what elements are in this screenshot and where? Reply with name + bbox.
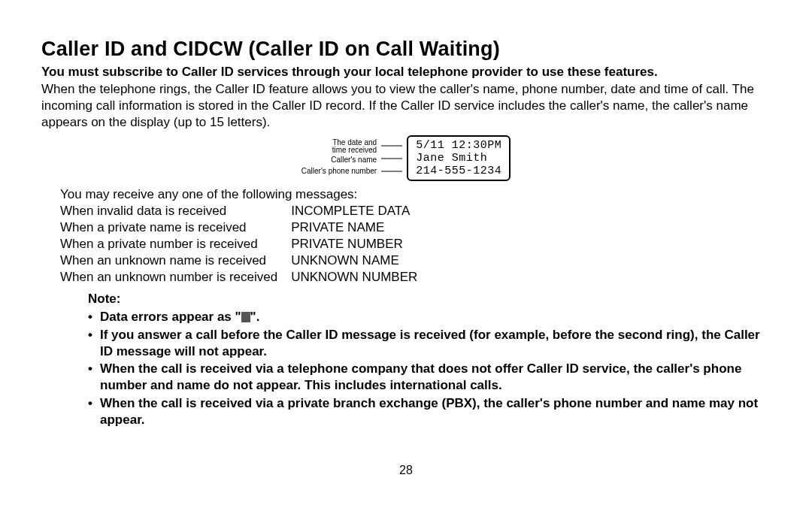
msg-value: UNKNOWN NUMBER: [291, 270, 431, 286]
page-number: 28: [41, 464, 771, 477]
msg-condition: When invalid data is received: [60, 204, 291, 220]
note-item: When the call is received via a private …: [88, 395, 771, 428]
manual-page: Caller ID and CIDCW (Caller ID on Call W…: [0, 0, 812, 485]
table-row: When an unknown name is received UNKNOWN…: [60, 253, 431, 270]
diagram-label-date-line2: time received: [332, 146, 377, 154]
diagram-label-date: The date and time received: [301, 139, 377, 154]
lcd-screen: 5/11 12:30PM Jane Smith 214-555-1234: [407, 135, 511, 182]
note-item: If you answer a call before the Caller I…: [88, 327, 771, 360]
messages-intro: You may receive any one of the following…: [60, 187, 771, 202]
msg-condition: When an unknown number is received: [60, 270, 291, 286]
page-title: Caller ID and CIDCW (Caller ID on Call W…: [41, 38, 771, 61]
msg-value: UNKNOWN NAME: [291, 253, 431, 270]
note-heading: Note:: [88, 291, 771, 307]
error-block-icon: [241, 312, 250, 322]
msg-condition: When an unknown name is received: [60, 253, 291, 270]
table-row: When invalid data is received INCOMPLETE…: [60, 204, 431, 220]
messages-table: When invalid data is received INCOMPLETE…: [60, 204, 431, 286]
msg-condition: When a private number is received: [60, 237, 291, 253]
diagram-label-name: Caller's name: [301, 154, 377, 165]
lcd-diagram: The date and time received Caller's name…: [41, 135, 771, 182]
diagram-connector-lines: [381, 137, 402, 179]
note-block: Note: Data errors appear as "". If you a…: [88, 291, 771, 428]
note-text: ".: [250, 310, 260, 324]
lcd-line-2: Jane Smith: [416, 152, 501, 165]
note-item: Data errors appear as "".: [88, 309, 771, 325]
msg-condition: When a private name is received: [60, 220, 291, 237]
note-text: Data errors appear as ": [100, 310, 241, 324]
lcd-line-3: 214-555-1234: [416, 165, 501, 177]
lcd-line-1: 5/11 12:30PM: [416, 139, 501, 152]
table-row: When an unknown number is received UNKNO…: [60, 270, 431, 286]
msg-value: PRIVATE NUMBER: [291, 237, 431, 253]
msg-value: INCOMPLETE DATA: [291, 204, 431, 220]
intro-paragraph: When the telephone rings, the Caller ID …: [41, 81, 771, 130]
table-row: When a private name is received PRIVATE …: [60, 220, 431, 237]
table-row: When a private number is received PRIVAT…: [60, 237, 431, 253]
diagram-label-number: Caller's phone number: [301, 165, 377, 177]
intro-bold: You must subscribe to Caller ID services…: [41, 64, 771, 80]
msg-value: PRIVATE NAME: [291, 220, 431, 237]
note-item: When the call is received via a telephon…: [88, 361, 771, 394]
